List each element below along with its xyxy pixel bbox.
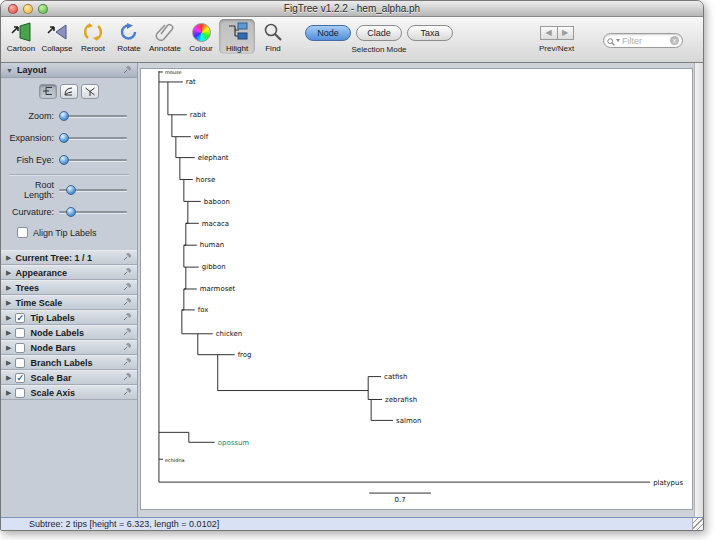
tip-label-catfish[interactable]: catfish — [384, 373, 407, 381]
slider-thumb[interactable] — [59, 111, 69, 121]
pin-icon[interactable] — [123, 252, 132, 263]
tip-label-elephant[interactable]: elephant — [198, 154, 229, 162]
disclosure-closed-icon[interactable]: ▶ — [6, 344, 11, 352]
title-bar[interactable]: FigTree v1.2.2 - hem_alpha.ph — [1, 1, 703, 17]
tip-label-human[interactable]: human — [200, 241, 224, 249]
prev-button[interactable]: ◀ — [540, 26, 557, 40]
tree-canvas[interactable]: mouseratrabitwolfelephanthorsebaboonmaca… — [141, 69, 692, 509]
tip-label-gibbon[interactable]: gibbon — [202, 263, 226, 271]
scale-bar-checkbox[interactable]: ✓ — [15, 373, 25, 383]
tip-label-salmon[interactable]: salmon — [396, 417, 421, 425]
sidebar-section-current-tree-1-1[interactable]: ▶Current Tree: 1 / 1 — [1, 250, 137, 265]
toolbar-button-rotate[interactable]: Rotate — [111, 19, 147, 54]
disclosure-closed-icon[interactable]: ▶ — [6, 374, 11, 382]
slider-track[interactable] — [59, 132, 127, 144]
tip-label-rabit[interactable]: rabit — [190, 111, 207, 119]
pin-icon[interactable] — [123, 327, 132, 338]
selection-mode-clade[interactable]: Clade — [356, 25, 402, 41]
pin-icon[interactable] — [123, 65, 132, 76]
dropdown-arrow-icon[interactable] — [616, 39, 620, 42]
tip-label-frog[interactable]: frog — [238, 351, 252, 359]
tip-label-macaca[interactable]: macaca — [202, 220, 229, 228]
pin-icon[interactable] — [123, 267, 132, 278]
disclosure-open-icon[interactable]: ▼ — [6, 67, 13, 74]
tip-label-horse[interactable]: horse — [196, 176, 215, 184]
radial-layout-button[interactable] — [81, 84, 99, 99]
disclosure-closed-icon[interactable]: ▶ — [6, 389, 11, 397]
disclosure-closed-icon[interactable]: ▶ — [6, 314, 11, 322]
layout-panel-title: Layout — [17, 65, 47, 75]
slider-zoom: Zoom: — [7, 105, 131, 127]
search-icon — [607, 32, 615, 50]
disclosure-closed-icon[interactable]: ▶ — [6, 299, 11, 307]
rectangular-layout-button[interactable] — [39, 84, 57, 99]
selection-mode-taxa[interactable]: Taxa — [407, 25, 453, 41]
toolbar-buttons: CartoonCollapseRerootRotateAnnotateColou… — [3, 19, 291, 54]
slider-thumb[interactable] — [59, 155, 69, 165]
filter-field[interactable]: x — [603, 33, 683, 48]
sidebar-section-trees[interactable]: ▶Trees — [1, 280, 137, 295]
toolbar-button-annotate[interactable]: Annotate — [147, 19, 183, 54]
pin-icon[interactable] — [123, 312, 132, 323]
slider-track[interactable] — [59, 206, 127, 218]
sidebar-section-node-labels[interactable]: ▶Node Labels — [1, 325, 137, 340]
sidebar-section-scale-bar[interactable]: ▶✓Scale Bar — [1, 370, 137, 385]
tip-label-baboon[interactable]: baboon — [204, 198, 230, 206]
layout-panel-header[interactable]: ▼ Layout — [1, 63, 137, 78]
align-tip-labels-checkbox[interactable] — [17, 227, 28, 238]
sidebar-section-node-bars[interactable]: ▶Node Bars — [1, 340, 137, 355]
pin-icon[interactable] — [123, 372, 132, 383]
clear-icon[interactable]: x — [670, 36, 679, 45]
tip-label-mouse[interactable]: mouse — [165, 69, 182, 75]
tip-label-chicken[interactable]: chicken — [216, 330, 243, 338]
align-tip-labels-row[interactable]: Align Tip Labels — [7, 223, 131, 244]
tip-label-echidna[interactable]: echidna — [165, 457, 185, 463]
tip-label-fox[interactable]: fox — [198, 306, 209, 314]
tip-label-opossum[interactable]: opossum — [218, 439, 250, 447]
tip-label-rat[interactable]: rat — [186, 78, 196, 86]
pin-icon[interactable] — [123, 342, 132, 353]
tip-labels-checkbox[interactable]: ✓ — [15, 313, 25, 323]
sidebar-section-branch-labels[interactable]: ▶Branch Labels — [1, 355, 137, 370]
slider-thumb[interactable] — [66, 207, 76, 217]
tip-label-platypus[interactable]: platypus — [653, 479, 683, 487]
slider-track[interactable] — [59, 184, 127, 196]
slider-track[interactable] — [59, 154, 127, 166]
toolbar-button-cartoon[interactable]: Cartoon — [3, 19, 39, 54]
branch-labels-checkbox[interactable] — [15, 358, 25, 368]
toolbar-button-hilight[interactable]: Hilight — [219, 19, 255, 54]
disclosure-closed-icon[interactable]: ▶ — [6, 254, 11, 262]
pin-icon[interactable] — [123, 282, 132, 293]
selection-mode-node[interactable]: Node — [305, 25, 351, 41]
resize-grip[interactable] — [692, 518, 703, 530]
disclosure-closed-icon[interactable]: ▶ — [6, 359, 11, 367]
slider-thumb[interactable] — [66, 185, 76, 195]
tip-label-marmoset[interactable]: marmoset — [200, 285, 236, 293]
disclosure-closed-icon[interactable]: ▶ — [6, 284, 11, 292]
filter-input[interactable] — [622, 36, 670, 46]
vertical-scrollbar[interactable] — [694, 63, 703, 517]
node-labels-checkbox[interactable] — [15, 328, 25, 338]
next-button[interactable]: ▶ — [557, 26, 574, 40]
pin-icon[interactable] — [123, 387, 132, 398]
toolbar-button-find[interactable]: Find — [255, 19, 291, 54]
toolbar-button-reroot[interactable]: Reroot — [75, 19, 111, 54]
sidebar-section-tip-labels[interactable]: ▶✓Tip Labels — [1, 310, 137, 325]
node-bars-checkbox[interactable] — [15, 343, 25, 353]
toolbar-button-collapse[interactable]: Collapse — [39, 19, 75, 54]
polar-layout-button[interactable] — [60, 84, 78, 99]
sidebar-section-time-scale[interactable]: ▶Time Scale — [1, 295, 137, 310]
disclosure-closed-icon[interactable]: ▶ — [6, 329, 11, 337]
slider-thumb[interactable] — [59, 133, 69, 143]
disclosure-closed-icon[interactable]: ▶ — [6, 269, 11, 277]
sidebar-section-scale-axis[interactable]: ▶Scale Axis — [1, 385, 137, 400]
scale-axis-checkbox[interactable] — [15, 388, 25, 398]
pin-icon[interactable] — [123, 297, 132, 308]
tree-panel[interactable]: mouseratrabitwolfelephanthorsebaboonmaca… — [140, 68, 693, 510]
pin-icon[interactable] — [123, 357, 132, 368]
tip-label-zebrafish[interactable]: zebrafish — [385, 396, 417, 404]
slider-track[interactable] — [59, 110, 127, 122]
tip-label-wolf[interactable]: wolf — [194, 133, 209, 141]
sidebar-section-appearance[interactable]: ▶Appearance — [1, 265, 137, 280]
toolbar-button-colour[interactable]: Colour — [183, 19, 219, 54]
